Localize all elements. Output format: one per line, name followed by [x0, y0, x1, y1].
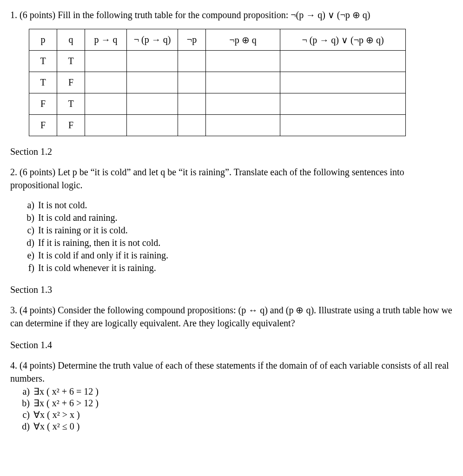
cell	[178, 115, 206, 136]
question-1-prompt: 1. (6 points) Fill in the following trut…	[10, 8, 453, 21]
cell	[280, 115, 406, 136]
cell	[280, 93, 406, 115]
question-3: 3. (4 points) Consider the following com…	[10, 304, 453, 330]
header-not-p-xor-q: ¬p ⊕ q	[206, 29, 280, 51]
question-4-list: a) ∃x ( x² + 6 = 12 ) b) ∃x ( x² + 6 > 1…	[20, 386, 453, 432]
list-text: It is not cold.	[38, 199, 87, 212]
header-not-p: ¬p	[178, 29, 206, 51]
list-text: ∀x ( x² > x )	[33, 409, 80, 421]
cell	[127, 51, 178, 72]
cell	[280, 51, 406, 72]
list-marker: c)	[25, 224, 38, 237]
list-marker: a)	[20, 386, 33, 397]
list-text: It is cold whenever it is raining.	[38, 262, 156, 274]
list-item: a) ∃x ( x² + 6 = 12 )	[20, 386, 453, 397]
cell: T	[29, 72, 57, 93]
list-item: e) It is cold if and only if it is raini…	[25, 249, 453, 262]
cell	[127, 72, 178, 93]
cell	[206, 72, 280, 93]
cell: F	[29, 115, 57, 136]
question-1: 1. (6 points) Fill in the following trut…	[10, 8, 453, 136]
question-4: 4. (4 points) Determine the truth value …	[10, 359, 453, 432]
section-1-3-header: Section 1.3	[10, 284, 453, 295]
list-text: ∀x ( x² ≤ 0 )	[33, 421, 79, 432]
list-item: d) ∀x ( x² ≤ 0 )	[20, 421, 453, 432]
header-final: ¬ (p → q) ∨ (¬p ⊕ q)	[280, 29, 406, 51]
question-2-prompt: 2. (6 points) Let p be “it is cold” and …	[10, 165, 453, 192]
list-item: f) It is cold whenever it is raining.	[25, 262, 453, 274]
list-text: ∃x ( x² + 6 > 12 )	[33, 397, 99, 409]
list-item: c) ∀x ( x² > x )	[20, 409, 453, 421]
list-marker: d)	[25, 237, 38, 249]
cell	[206, 51, 280, 72]
list-item: b) It is cold and raining.	[25, 212, 453, 224]
table-header-row: p q p → q ¬ (p → q) ¬p ¬p ⊕ q ¬ (p → q) …	[29, 29, 406, 51]
list-text: ∃x ( x² + 6 = 12 )	[33, 386, 99, 397]
cell	[206, 115, 280, 136]
table-row: T T	[29, 51, 406, 72]
list-text: It is cold if and only if it is raining.	[38, 249, 168, 262]
list-item: b) ∃x ( x² + 6 > 12 )	[20, 397, 453, 409]
cell: T	[57, 93, 85, 115]
cell: F	[57, 72, 85, 93]
table-row: T F	[29, 72, 406, 93]
section-1-4-header: Section 1.4	[10, 340, 453, 350]
list-marker: b)	[25, 212, 38, 224]
list-marker: b)	[20, 397, 33, 409]
cell	[206, 93, 280, 115]
list-marker: f)	[25, 262, 38, 274]
list-text: If it is raining, then it is not cold.	[38, 237, 160, 249]
list-text: It is cold and raining.	[38, 212, 118, 224]
table-row: F T	[29, 93, 406, 115]
list-marker: e)	[25, 249, 38, 262]
header-q: q	[57, 29, 85, 51]
question-2-list: a) It is not cold. b) It is cold and rai…	[25, 199, 453, 274]
section-1-2-header: Section 1.2	[10, 146, 453, 157]
question-4-prompt: 4. (4 points) Determine the truth value …	[10, 359, 453, 385]
cell	[127, 93, 178, 115]
cell	[85, 93, 127, 115]
cell	[178, 51, 206, 72]
list-marker: a)	[25, 199, 38, 212]
question-3-prompt: 3. (4 points) Consider the following com…	[10, 304, 453, 330]
cell: T	[29, 51, 57, 72]
list-item: a) It is not cold.	[25, 199, 453, 212]
list-item: c) It is raining or it is cold.	[25, 224, 453, 237]
cell: T	[57, 51, 85, 72]
list-text: It is raining or it is cold.	[38, 224, 128, 237]
header-not-p-implies-q: ¬ (p → q)	[127, 29, 178, 51]
cell: F	[57, 115, 85, 136]
table-row: F F	[29, 115, 406, 136]
truth-table: p q p → q ¬ (p → q) ¬p ¬p ⊕ q ¬ (p → q) …	[29, 29, 406, 136]
header-p-implies-q: p → q	[85, 29, 127, 51]
question-2: 2. (6 points) Let p be “it is cold” and …	[10, 165, 453, 274]
cell	[85, 115, 127, 136]
cell: F	[29, 93, 57, 115]
list-marker: d)	[20, 421, 33, 432]
cell	[85, 51, 127, 72]
list-item: d) If it is raining, then it is not cold…	[25, 237, 453, 249]
cell	[127, 115, 178, 136]
cell	[85, 72, 127, 93]
cell	[178, 93, 206, 115]
header-p: p	[29, 29, 57, 51]
list-marker: c)	[20, 409, 33, 421]
cell	[178, 72, 206, 93]
cell	[280, 72, 406, 93]
